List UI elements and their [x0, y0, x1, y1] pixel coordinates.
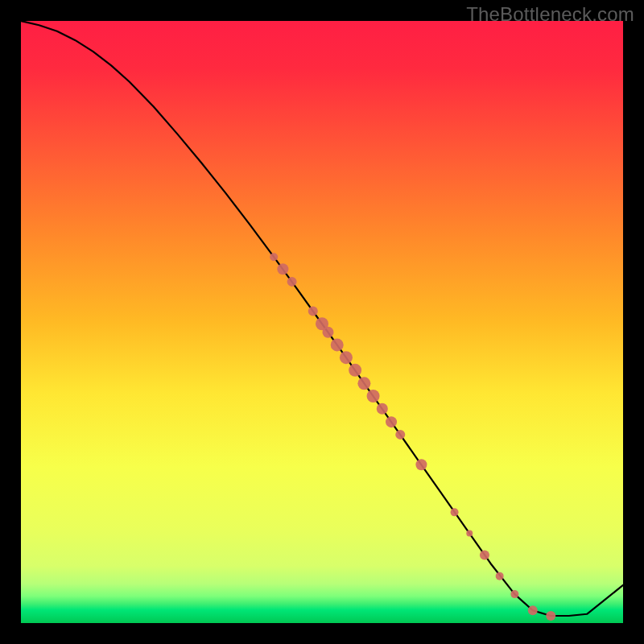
- data-point: [331, 338, 344, 351]
- data-point: [287, 277, 297, 287]
- data-point: [349, 364, 361, 377]
- chart-frame: TheBottleneck.com: [0, 0, 644, 644]
- data-point: [322, 327, 333, 338]
- data-point: [395, 430, 405, 440]
- data-point: [510, 590, 518, 598]
- data-point: [546, 611, 555, 621]
- plot-area: [21, 21, 623, 623]
- data-point: [528, 605, 538, 615]
- data-point: [466, 530, 473, 537]
- data-point: [340, 351, 353, 364]
- data-point: [357, 377, 370, 390]
- data-point: [270, 253, 278, 261]
- chart-svg: [21, 21, 623, 623]
- data-point: [277, 263, 288, 275]
- data-point: [377, 403, 388, 415]
- data-point: [480, 550, 489, 559]
- data-point: [367, 390, 380, 402]
- data-point: [386, 416, 397, 427]
- data-point: [496, 572, 504, 580]
- watermark-text: TheBottleneck.com: [466, 3, 634, 26]
- data-point: [308, 307, 318, 316]
- data-point: [415, 459, 427, 470]
- data-point: [451, 508, 459, 516]
